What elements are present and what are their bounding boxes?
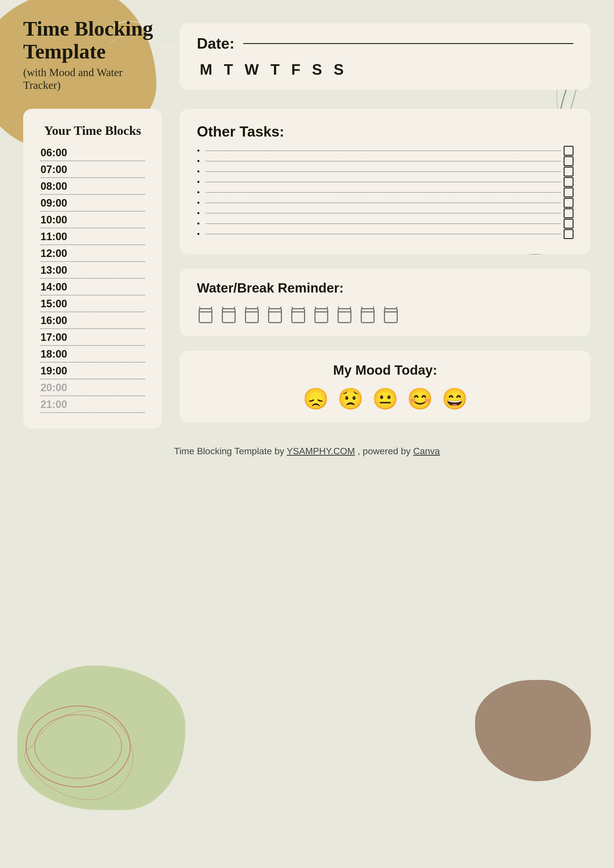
task-row-5: • — [197, 188, 574, 197]
time-entry-0900: 09:00 — [40, 197, 145, 211]
mood-neutral[interactable]: 😐 — [372, 386, 398, 411]
date-day-block: Date: M T W T F S S — [179, 23, 591, 90]
day-T2[interactable]: T — [270, 61, 280, 78]
time-1100: 11:00 — [40, 231, 145, 243]
tasks-panel: Other Tasks: • • • — [179, 109, 591, 254]
date-row: Date: — [197, 35, 574, 52]
mood-very-sad[interactable]: 😞 — [303, 386, 329, 411]
task-checkbox-5[interactable] — [564, 188, 574, 197]
mood-very-happy[interactable]: 😄 — [442, 386, 468, 411]
task-checkbox-6[interactable] — [564, 198, 574, 208]
svg-rect-26 — [338, 309, 351, 322]
dotted-line-1900 — [40, 379, 145, 379]
task-line-6 — [205, 201, 561, 205]
footer-text-before: Time Blocking Template by — [174, 446, 287, 456]
dotted-line-0800 — [40, 194, 145, 195]
cup-4 — [266, 304, 284, 325]
day-W[interactable]: W — [245, 61, 259, 78]
day-S1[interactable]: S — [312, 61, 322, 78]
cup-7 — [336, 304, 353, 325]
svg-line-8 — [222, 307, 224, 309]
time-1400: 14:00 — [40, 281, 145, 293]
svg-point-1 — [35, 715, 121, 778]
day-F[interactable]: F — [291, 61, 300, 78]
time-entry-2000: 20:00 — [40, 381, 145, 396]
task-bullet-9: • — [197, 229, 203, 239]
task-checkbox-7[interactable] — [564, 208, 574, 218]
svg-point-0 — [26, 706, 130, 787]
task-row-3: • — [197, 167, 574, 177]
task-checkbox-3[interactable] — [564, 167, 574, 177]
task-checkbox-1[interactable] — [564, 146, 574, 156]
day-T1[interactable]: T — [224, 61, 233, 78]
mood-sad[interactable]: 😟 — [337, 386, 364, 411]
task-bullet-8: • — [197, 219, 203, 229]
task-bullet-1: • — [197, 146, 203, 156]
time-blocks-title: Your Time Blocks — [40, 123, 145, 138]
day-M[interactable]: M — [200, 61, 212, 78]
time-1700: 17:00 — [40, 331, 145, 343]
svg-line-12 — [246, 307, 247, 309]
footer-text-middle: , powered by — [355, 446, 413, 456]
task-bullet-7: • — [197, 208, 203, 218]
svg-rect-2 — [199, 309, 212, 322]
dotted-line-1300 — [40, 278, 145, 279]
time-entry-1400: 14:00 — [40, 281, 145, 295]
cup-9 — [382, 304, 399, 325]
time-entry-0600: 06:00 — [40, 147, 145, 161]
task-checkbox-4[interactable] — [564, 177, 574, 187]
dotted-line-1600 — [40, 329, 145, 329]
mood-row: 😞 😟 😐 😊 😄 — [197, 386, 574, 411]
task-bullet-3: • — [197, 167, 203, 177]
svg-line-32 — [361, 307, 362, 309]
title-block: Time Blocking Template (with Mood and Wa… — [23, 17, 162, 91]
footer-link-canva[interactable]: Canva — [413, 446, 440, 456]
svg-line-37 — [396, 307, 397, 309]
dotted-line-2100 — [40, 412, 145, 413]
days-row: M T W T F S S — [197, 61, 574, 78]
svg-line-16 — [269, 307, 270, 309]
mood-happy[interactable]: 😊 — [407, 386, 433, 411]
day-S2[interactable]: S — [334, 61, 344, 78]
task-line-1 — [205, 149, 561, 153]
cup-6 — [312, 304, 330, 325]
mood-title: My Mood Today: — [197, 362, 574, 378]
main-title: Time Blocking Template — [23, 17, 162, 63]
footer: Time Blocking Template by YSAMPHY.COM , … — [23, 446, 591, 457]
task-row-8: • — [197, 219, 574, 229]
time-1000: 10:00 — [40, 214, 145, 226]
bg-blob-green-light — [17, 665, 185, 810]
date-label: Date: — [197, 35, 235, 52]
dotted-line-1400 — [40, 295, 145, 295]
task-line-2 — [205, 159, 561, 163]
time-1600: 16:00 — [40, 315, 145, 327]
time-1800: 18:00 — [40, 348, 145, 360]
task-row-7: • — [197, 208, 574, 218]
time-entry-0800: 08:00 — [40, 180, 145, 195]
task-row-1: • — [197, 146, 574, 156]
svg-line-20 — [292, 307, 293, 309]
subtitle: (with Mood and Water Tracker) — [23, 66, 162, 91]
svg-line-4 — [199, 307, 201, 309]
task-checkbox-9[interactable] — [564, 229, 574, 239]
task-line-8 — [205, 222, 561, 226]
task-line-5 — [205, 191, 561, 194]
task-bullet-4: • — [197, 177, 203, 187]
task-checkbox-8[interactable] — [564, 219, 574, 229]
cup-5 — [289, 304, 307, 325]
svg-rect-14 — [269, 309, 281, 322]
task-checkbox-2[interactable] — [564, 156, 574, 166]
time-2100: 21:00 — [40, 398, 145, 411]
footer-link-ysamphy[interactable]: YSAMPHY.COM — [287, 446, 355, 456]
time-entry-1300: 13:00 — [40, 264, 145, 279]
task-line-4 — [205, 180, 561, 184]
bg-blob-brown — [475, 680, 591, 781]
dotted-line-2000 — [40, 395, 145, 396]
dotted-line-1500 — [40, 312, 145, 312]
time-entry-1600: 16:00 — [40, 315, 145, 329]
header-area: Time Blocking Template (with Mood and Wa… — [23, 17, 591, 91]
svg-line-5 — [211, 307, 212, 309]
dotted-line-1200 — [40, 261, 145, 262]
time-0800: 08:00 — [40, 180, 145, 192]
task-row-9: • — [197, 229, 574, 239]
